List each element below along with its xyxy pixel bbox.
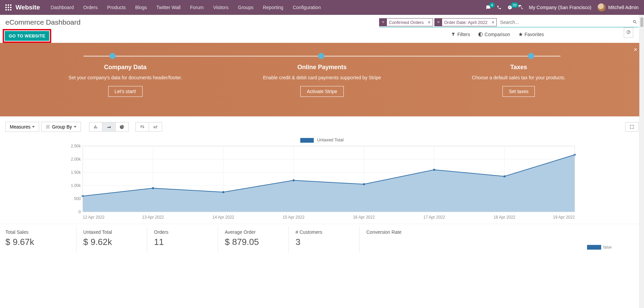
svg-rect-1 [8,4,9,6]
step-dot-3 [528,53,534,59]
search-icon[interactable] [631,19,639,26]
scrollbar[interactable] [639,15,644,255]
svg-rect-2 [10,4,11,6]
chart-legend: Untaxed Total [5,137,639,143]
svg-point-44 [363,183,365,185]
svg-point-42 [222,191,224,193]
svg-text:13 Apr 2022: 13 Apr 2022 [142,215,164,220]
brand-label[interactable]: Website [16,4,40,11]
close-icon[interactable]: × [634,46,637,53]
menu-groups[interactable]: Groups [234,2,257,13]
legend-label: Untaxed Total [317,137,344,142]
kpi-label: Untaxed Total [83,229,133,235]
kpi-average-order: Average Order $ 879.05 [218,227,282,252]
phone-icon[interactable] [497,5,501,10]
menu-visitors[interactable]: Visitors [209,2,233,13]
kpi-customers: # Customers 3 [288,227,352,252]
main-menu: Dashboard Orders Products Blogs Twitter … [47,2,325,13]
svg-point-41 [152,187,154,189]
chart-type-group [89,122,129,132]
company-switcher[interactable]: My Company (San Francisco) [529,5,591,10]
sort-asc-button[interactable] [149,122,162,132]
svg-point-45 [433,169,435,171]
activities-icon[interactable]: 39 [508,5,512,10]
sort-desc-button[interactable] [135,122,149,132]
go-to-website-button[interactable]: GO TO WEBSITE [5,31,49,41]
kpi-conversion-rate: Conversion Rate false [359,227,632,252]
kpi-value: $ 9.62k [83,237,133,247]
pie-chart-button[interactable] [116,122,129,132]
messages-icon[interactable]: 4 [486,5,491,10]
dashboard-view-button[interactable] [624,27,633,38]
onboard-step-taxes: Taxes Choose a default sales tax for you… [420,64,617,110]
step-dot-2 [318,53,324,59]
step-desc: Choose a default sales tax for your prod… [427,74,610,81]
menu-blogs[interactable]: Blogs [131,2,151,13]
kpi-label: # Customers [296,229,346,235]
svg-rect-6 [5,9,7,10]
menu-orders[interactable]: Orders [79,2,102,13]
group-by-dropdown[interactable]: Group By [41,122,81,132]
messages-badge: 4 [489,2,495,8]
page-title: eCommerce Dashboard [5,18,81,26]
onboarding-banner: × Company Data Set your company's data f… [0,43,644,116]
svg-rect-5 [10,7,11,8]
measures-dropdown[interactable]: Measures [5,122,39,132]
kpi-value: 11 [154,237,204,247]
avatar-icon [597,3,606,11]
step-desc: Set your company's data for documents he… [34,74,217,81]
favorites-dropdown[interactable]: Favorites [518,32,544,37]
search-input[interactable] [498,18,631,26]
comparison-dropdown[interactable]: Comparison [478,32,510,37]
scrollbar-thumb[interactable] [640,18,643,27]
kpi-label: Average Order [225,229,275,235]
expand-button[interactable] [625,122,639,132]
kpi-value: $ 9.67k [5,237,63,247]
lets-start-button[interactable]: Let's start! [108,86,143,97]
svg-text:17 Apr 2022: 17 Apr 2022 [423,215,445,220]
step-dot-1 [110,53,116,59]
facet-remove[interactable]: × [490,20,496,25]
activities-badge: 39 [511,2,518,8]
top-navbar: Website Dashboard Orders Products Blogs … [0,0,644,15]
facet-remove[interactable]: × [426,20,432,25]
control-panel: eCommerce Dashboard GO TO WEBSITE Confir… [0,15,644,43]
facet-label: Confirmed Orders [387,20,426,25]
svg-rect-4 [8,7,9,8]
graph-toolbar: Measures Group By [0,116,644,137]
kpi-value: $ 879.05 [225,237,275,247]
activate-stripe-button[interactable]: Activate Stripe [300,86,343,97]
filter-icon [435,19,442,26]
go-to-website-highlight: GO TO WEBSITE [3,29,51,43]
menu-dashboard[interactable]: Dashboard [47,2,78,13]
svg-text:15 Apr 2022: 15 Apr 2022 [283,215,305,220]
svg-text:12 Apr 2022: 12 Apr 2022 [83,215,105,220]
legend-swatch [300,138,314,143]
menu-products[interactable]: Products [103,2,130,13]
kpi-untaxed-total: Untaxed Total $ 9.62k [76,227,140,252]
svg-text:14 Apr 2022: 14 Apr 2022 [212,215,234,220]
svg-text:18 Apr 2022: 18 Apr 2022 [494,215,516,220]
kpi-row: Total Sales $ 9.67k Untaxed Total $ 9.62… [0,224,644,255]
svg-point-11 [628,32,629,32]
menu-twitter-wall[interactable]: Twitter Wall [152,2,185,13]
svg-rect-0 [5,4,7,6]
legend-label: false [603,245,612,250]
debug-icon[interactable] [518,5,523,10]
apps-icon[interactable] [5,4,11,10]
step-desc: Enable credit & debit card payments supp… [231,74,414,81]
filters-dropdown[interactable]: Filters [451,32,470,37]
list-icon [45,124,50,129]
facet-confirmed-orders: Confirmed Orders × [379,18,433,26]
caret-down-icon [74,125,76,128]
search-bar: Confirmed Orders × Order Date: April 202… [379,18,639,27]
line-chart-button[interactable] [102,122,116,132]
menu-forum[interactable]: Forum [186,2,208,13]
bar-chart-button[interactable] [89,122,102,132]
menu-configuration[interactable]: Configuration [289,2,325,13]
menu-reporting[interactable]: Reporting [259,2,287,13]
set-taxes-button[interactable]: Set taxes [502,86,535,97]
user-menu[interactable]: Mitchell Admin [597,3,639,11]
filter-icon [379,19,387,26]
legend-swatch [587,245,601,250]
